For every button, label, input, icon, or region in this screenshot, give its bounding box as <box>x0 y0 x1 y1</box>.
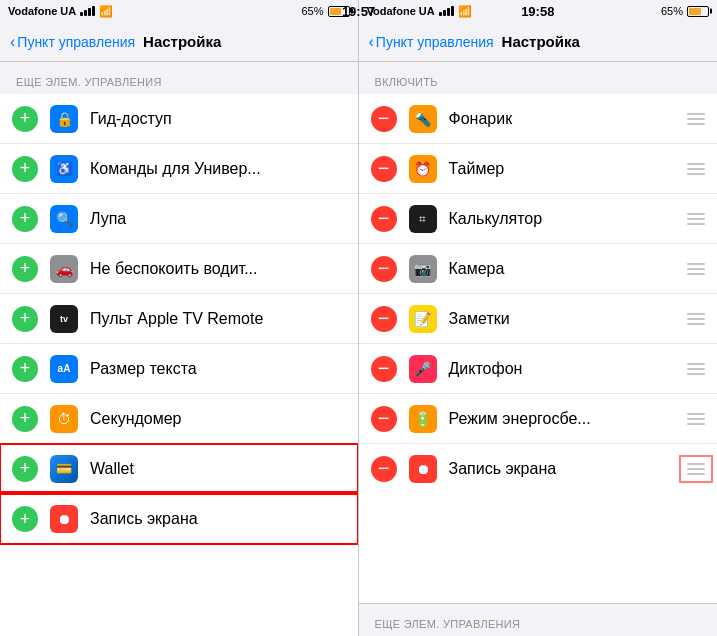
reorder-icon-fonarik[interactable] <box>687 113 705 125</box>
remove-button-taymer[interactable]: − <box>371 156 397 182</box>
reorder-icon-zapis-right[interactable] <box>687 463 705 475</box>
minus-icon: − <box>378 108 390 128</box>
remove-button-kamera[interactable]: − <box>371 256 397 282</box>
app-icon-zametki: 📝 <box>409 305 437 333</box>
reorder-icon-taymer[interactable] <box>687 163 705 175</box>
item-label-ne-bespokoit: Не беспокоить водит... <box>90 260 346 278</box>
remove-button-fonarik[interactable]: − <box>371 106 397 132</box>
add-button-komandy[interactable]: + <box>12 156 38 182</box>
item-label-kalkulator: Калькулятор <box>449 210 680 228</box>
list-item: − 📷 Камера <box>359 244 718 294</box>
wifi-icon-left: 📶 <box>99 5 113 18</box>
wifi-icon-right: 📶 <box>458 5 472 18</box>
add-button-wallet[interactable]: + <box>12 456 38 482</box>
status-right-left: 65% <box>301 5 349 17</box>
signal-bar-r2 <box>443 10 446 16</box>
reorder-icon-zametki[interactable] <box>687 313 705 325</box>
plus-icon: + <box>20 109 31 127</box>
add-button-apple-tv[interactable]: + <box>12 306 38 332</box>
reorder-icon-rezhim-energo[interactable] <box>687 413 705 425</box>
list-item: − ⌗ Калькулятор <box>359 194 718 244</box>
item-label-diktofon: Диктофон <box>449 360 680 378</box>
app-icon-lupa: 🔍 <box>50 205 78 233</box>
nav-bar-right: ‹ Пункт управления Настройка <box>359 22 718 62</box>
plus-icon: + <box>20 359 31 377</box>
reorder-line <box>687 373 705 375</box>
reorder-line <box>687 468 705 470</box>
add-button-gid-dostup[interactable]: + <box>12 106 38 132</box>
reorder-icon-kamera[interactable] <box>687 263 705 275</box>
list-right: − 🔦 Фонарик − ⏰ Таймер <box>359 94 718 603</box>
list-item: + aA Размер текста <box>0 344 358 394</box>
battery-fill-right <box>689 8 701 15</box>
section-footer-right: ЕЩЕ ЭЛЕМ. УПРАВЛЕНИЯ <box>359 603 718 636</box>
signal-bar-2 <box>84 10 87 16</box>
plus-icon: + <box>20 409 31 427</box>
battery-icon-right <box>687 6 709 17</box>
add-button-ne-bespokoit[interactable]: + <box>12 256 38 282</box>
plus-icon: + <box>20 510 31 528</box>
app-icon-sekundomer: ⏱ <box>50 405 78 433</box>
battery-icon-left <box>328 6 350 17</box>
left-panel: Vodafone UA 📶 19:57 65% ‹ Пункт управлен… <box>0 0 359 636</box>
reorder-line <box>687 263 705 265</box>
reorder-line <box>687 323 705 325</box>
add-button-zapis-left[interactable]: + <box>12 506 38 532</box>
remove-button-kalkulator[interactable]: − <box>371 206 397 232</box>
plus-icon: + <box>20 209 31 227</box>
remove-button-rezhim-energo[interactable]: − <box>371 406 397 432</box>
status-bar-right: Vodafone UA 📶 19:58 65% <box>359 0 718 22</box>
app-icon-razmer-teksta: aA <box>50 355 78 383</box>
minus-icon: − <box>378 358 390 378</box>
chevron-right-icon: ‹ <box>369 33 374 51</box>
reorder-line <box>687 273 705 275</box>
reorder-line <box>687 363 705 365</box>
remove-button-zametki[interactable]: − <box>371 306 397 332</box>
item-label-taymer: Таймер <box>449 160 680 178</box>
remove-button-diktofon[interactable]: − <box>371 356 397 382</box>
signal-bars-right <box>439 6 454 16</box>
minus-icon: − <box>378 258 390 278</box>
app-icon-apple-tv: tv <box>50 305 78 333</box>
signal-bars-left <box>80 6 95 16</box>
nav-title-left: Настройка <box>143 33 221 50</box>
app-icon-ne-bespokoit: 🚗 <box>50 255 78 283</box>
reorder-line <box>687 223 705 225</box>
add-button-sekundomer[interactable]: + <box>12 406 38 432</box>
reorder-line <box>687 268 705 270</box>
carrier-right: Vodafone UA <box>367 5 435 17</box>
item-label-sekundomer: Секундомер <box>90 410 346 428</box>
add-button-lupa[interactable]: + <box>12 206 38 232</box>
nav-back-right[interactable]: ‹ Пункт управления <box>369 33 494 51</box>
nav-back-left[interactable]: ‹ Пункт управления <box>10 33 135 51</box>
nav-back-label-right: Пункт управления <box>376 34 494 50</box>
list-item: − ⏰ Таймер <box>359 144 718 194</box>
section-header-left: ЕЩЕ ЭЛЕМ. УПРАВЛЕНИЯ <box>0 62 358 94</box>
app-icon-komandy: ♿ <box>50 155 78 183</box>
item-label-razmer-teksta: Размер текста <box>90 360 346 378</box>
add-button-razmer-teksta[interactable]: + <box>12 356 38 382</box>
minus-icon: − <box>378 208 390 228</box>
minus-icon: − <box>378 158 390 178</box>
list-item: + tv Пульт Apple TV Remote <box>0 294 358 344</box>
reorder-line <box>687 368 705 370</box>
list-item: + ♿ Команды для Универ... <box>0 144 358 194</box>
battery-fill-left <box>330 8 342 15</box>
signal-bar-1 <box>80 12 83 16</box>
remove-button-zapis-right[interactable]: − <box>371 456 397 482</box>
battery-level-right: 65% <box>661 5 683 17</box>
reorder-line <box>687 313 705 315</box>
list-item: + ⏱ Секундомер <box>0 394 358 444</box>
list-item: − 🔋 Режим энергосбе... <box>359 394 718 444</box>
reorder-icon-diktofon[interactable] <box>687 363 705 375</box>
chevron-left-icon: ‹ <box>10 33 15 51</box>
reorder-icon-kalkulator[interactable] <box>687 213 705 225</box>
minus-icon: − <box>378 458 390 478</box>
reorder-line <box>687 218 705 220</box>
reorder-line <box>687 423 705 425</box>
list-left: + 🔒 Гид-доступ + ♿ Команды для Универ...… <box>0 94 358 636</box>
plus-icon: + <box>20 459 31 477</box>
reorder-line <box>687 473 705 475</box>
item-label-rezhim-energo: Режим энергосбе... <box>449 410 680 428</box>
signal-bar-4 <box>92 6 95 16</box>
